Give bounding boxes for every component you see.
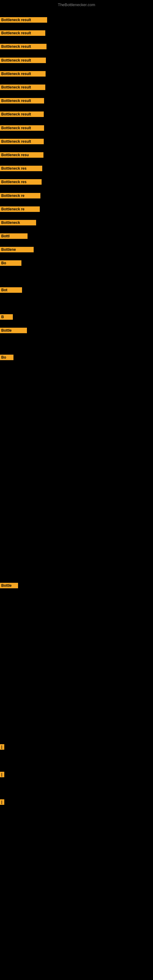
bottleneck-badge: | <box>0 772 4 777</box>
bottleneck-badge: Bo <box>0 355 13 360</box>
bottleneck-badge: Bottleneck re <box>0 193 40 199</box>
bottleneck-badge: B <box>0 314 13 320</box>
bottleneck-badge: | <box>0 799 4 805</box>
bottleneck-badge: Bottleneck result <box>0 71 46 76</box>
bottleneck-badge: Bottleneck result <box>0 84 45 90</box>
bottleneck-badge: Bottleneck result <box>0 139 44 144</box>
bottleneck-badge: Bottleneck result <box>0 17 47 23</box>
site-title: TheBottlenecker.com <box>0 2 153 7</box>
bottleneck-badge: Bottleneck <box>0 220 36 225</box>
bottleneck-badge: Bottleneck result <box>0 98 44 103</box>
bottleneck-badge: Bottlene <box>0 247 33 252</box>
bottleneck-badge: Bottleneck result <box>0 57 46 63</box>
bottleneck-badge: Bottle <box>0 328 27 333</box>
bottleneck-badge: Bottleneck result <box>0 44 46 49</box>
bottleneck-badge: Bottleneck re <box>0 207 40 212</box>
bottleneck-badge: Bottleneck res <box>0 166 42 171</box>
bottleneck-badge: Bottleneck result <box>0 111 44 117</box>
bottleneck-badge: Bo <box>0 260 21 266</box>
bottleneck-badge: Bottl <box>0 233 27 239</box>
bottleneck-badge: Bottleneck result <box>0 30 45 36</box>
bottleneck-badge: Bottleneck res <box>0 179 41 185</box>
bottleneck-badge: Bot <box>0 287 22 293</box>
bottleneck-badge: Bottleneck resu <box>0 152 43 158</box>
bottleneck-badge: Bottleneck result <box>0 125 44 131</box>
bottleneck-badge: | <box>0 744 4 750</box>
bottleneck-badge: Bottle <box>0 583 18 588</box>
